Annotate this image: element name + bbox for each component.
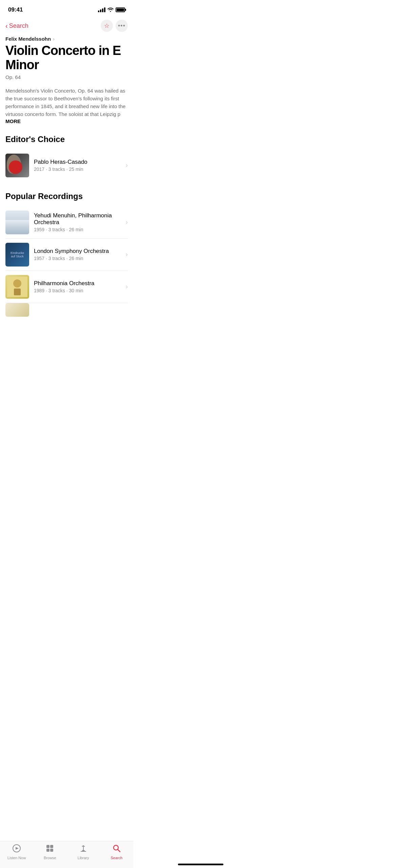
favorite-button[interactable]: ☆ bbox=[101, 20, 113, 32]
status-bar: 09:41 bbox=[0, 0, 133, 17]
recording-meta: 1959 · 3 tracks · 26 min bbox=[34, 227, 123, 232]
recording-meta: 1957 · 3 tracks · 26 min bbox=[34, 256, 123, 261]
album-cover: Eindruckeauf Stuck bbox=[5, 243, 29, 267]
recording-name: Pablo Heras-Casado bbox=[34, 159, 123, 165]
list-item[interactable]: Philharmonia Orchestra 1989 · 3 tracks ·… bbox=[5, 271, 128, 303]
editors-choice-title: Editor's Choice bbox=[5, 135, 128, 144]
chevron-right-icon: › bbox=[126, 283, 128, 290]
recording-info: Pablo Heras-Casado 2017 · 3 tracks · 25 … bbox=[34, 159, 123, 172]
back-label: Search bbox=[9, 22, 28, 29]
popular-recordings-section: Popular Recordings Yehudi Menuhin, Philh… bbox=[0, 192, 133, 317]
breadcrumb-text: Felix Mendelssohn bbox=[5, 36, 51, 42]
main-content: Felix Mendelssohn › Violin Concerto in E… bbox=[0, 36, 133, 124]
star-icon: ☆ bbox=[104, 22, 109, 29]
more-button[interactable]: MORE bbox=[5, 118, 21, 124]
status-icons bbox=[98, 7, 125, 13]
more-icon: ••• bbox=[118, 22, 125, 29]
album-cover bbox=[5, 275, 29, 299]
recording-meta: 1989 · 3 tracks · 30 min bbox=[34, 288, 123, 293]
recording-name: London Symphony Orchestra bbox=[34, 248, 123, 255]
breadcrumb-chevron-icon: › bbox=[53, 36, 55, 42]
nav-actions: ☆ ••• bbox=[101, 20, 128, 32]
back-chevron-icon: ‹ bbox=[5, 22, 8, 30]
work-description: Mendelssohn's Violin Concerto, Op. 64 wa… bbox=[5, 88, 125, 117]
chevron-right-icon: › bbox=[126, 219, 128, 226]
recording-info: London Symphony Orchestra 1957 · 3 track… bbox=[34, 248, 123, 261]
svg-point-1 bbox=[13, 279, 21, 288]
description-container: Mendelssohn's Violin Concerto, Op. 64 wa… bbox=[5, 87, 128, 124]
recording-name: Philharmonia Orchestra bbox=[34, 280, 123, 287]
more-button[interactable]: ••• bbox=[116, 20, 128, 32]
recording-info: Yehudi Menuhin, Philharmonia Orchestra 1… bbox=[34, 212, 123, 232]
list-item[interactable]: Yehudi Menuhin, Philharmonia Orchestra 1… bbox=[5, 206, 128, 239]
album-cover bbox=[5, 211, 29, 234]
back-button[interactable]: ‹ Search bbox=[5, 22, 28, 30]
breadcrumb[interactable]: Felix Mendelssohn › bbox=[5, 36, 128, 42]
status-time: 09:41 bbox=[8, 6, 23, 13]
recording-name: Yehudi Menuhin, Philharmonia Orchestra bbox=[34, 212, 123, 226]
popular-recordings-title: Popular Recordings bbox=[5, 192, 128, 201]
album-cover bbox=[5, 303, 29, 317]
nav-bar: ‹ Search ☆ ••• bbox=[0, 17, 133, 36]
editors-choice-section: Editor's Choice Pablo Heras-Casado 2017 … bbox=[0, 135, 133, 181]
svg-rect-2 bbox=[14, 289, 21, 295]
list-item[interactable]: Pablo Heras-Casado 2017 · 3 tracks · 25 … bbox=[5, 150, 128, 181]
chevron-right-icon: › bbox=[126, 162, 128, 169]
list-item[interactable]: Eindruckeauf Stuck London Symphony Orche… bbox=[5, 239, 128, 271]
album-cover bbox=[5, 154, 29, 177]
battery-icon bbox=[116, 7, 125, 12]
work-opus: Op. 64 bbox=[5, 74, 128, 80]
recording-info: Philharmonia Orchestra 1989 · 3 tracks ·… bbox=[34, 280, 123, 293]
list-item[interactable] bbox=[5, 303, 128, 317]
work-title: Violin Concerto in E Minor bbox=[5, 44, 128, 72]
signal-icon bbox=[98, 7, 105, 12]
chevron-right-icon: › bbox=[126, 251, 128, 258]
recording-meta: 2017 · 3 tracks · 25 min bbox=[34, 166, 123, 172]
wifi-icon bbox=[107, 7, 114, 13]
